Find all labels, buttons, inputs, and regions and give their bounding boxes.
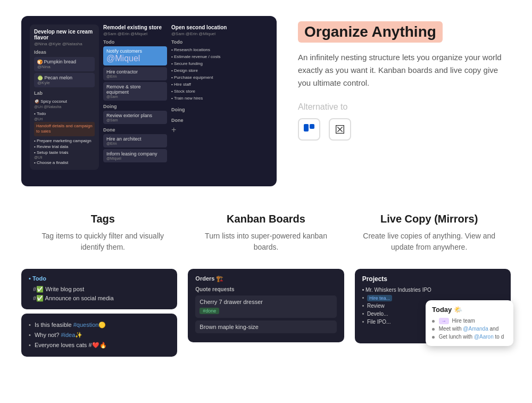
lab-label: Lab — [34, 91, 95, 96]
kanban-mockup: Develop new ice cream flavor @Nina @Kyle… — [21, 16, 277, 186]
feature-kanban: Kanban Boards Turn lists into super-powe… — [185, 213, 348, 253]
projects-header: Projects — [362, 275, 503, 283]
remove-store-card: Remove & store equipment @Sam — [103, 82, 167, 101]
quote-requests-label: Quote requests — [195, 286, 336, 292]
notion-icon — [329, 118, 351, 141]
idea-1: 🍞 Pumpkin bread @Nina — [34, 57, 95, 71]
alt-icons — [298, 118, 511, 141]
handoff-item: Handoff details and campaign to sales — [34, 122, 95, 136]
live-copy-screenshot: Projects • Mr. Whiskers Industries IPO •… — [355, 269, 511, 343]
kanban-title: Kanban Boards — [195, 213, 337, 225]
project-2-name: Remodel existing store — [103, 24, 167, 30]
tags-card-1-header: • Todo — [29, 275, 170, 282]
today-card: Today 🌤️ → Hire team Meet with @Amanda a… — [426, 300, 513, 346]
features-row: Tags Tag items to quickly filter and vis… — [21, 213, 511, 253]
organize-desc: An infinitely nesting structure lets you… — [298, 51, 511, 89]
right-info: Organize Anything An infinitely nesting … — [298, 16, 511, 141]
bottom-section: Tags Tag items to quickly filter and vis… — [0, 202, 532, 373]
notify-customers-card: Notify customers @Miquel — [103, 46, 167, 65]
today-title: Today 🌤️ — [432, 306, 507, 314]
ideas-label: Ideas — [34, 50, 95, 55]
project-1-members: @Nina @Kyle @Natasha — [34, 42, 95, 46]
kanban-orders-card: Orders 🏗️ Quote requests Cherry 7 drawer… — [188, 269, 344, 342]
project-3-name: Open second location — [171, 24, 268, 30]
leasing-card: Inform leasing company @Miquel — [103, 149, 167, 162]
hire-contractor-card: Hire contractor @Erin — [103, 67, 167, 80]
tags-write-blog: #✅ Write blog post — [29, 285, 170, 294]
svg-rect-1 — [310, 124, 314, 129]
kanban-board-screenshot: Orders 🏗️ Quote requests Cherry 7 drawer… — [188, 269, 344, 342]
feature-tags: Tags Tag items to quickly filter and vis… — [21, 213, 185, 253]
maple-king-item: Brown maple king-size — [195, 320, 336, 333]
svg-rect-0 — [304, 124, 309, 131]
review-plans-card: Review exterior plans @Sam — [103, 111, 167, 124]
cherry-dresser-item: Cherry 7 drawer dresser #done — [195, 295, 336, 318]
feature-screenshots: • Todo #✅ Write blog post #✅ Announce on… — [21, 269, 511, 357]
tags-screenshot: • Todo #✅ Write blog post #✅ Announce on… — [21, 269, 177, 357]
orders-header: Orders 🏗️ — [195, 275, 336, 282]
tags-card-2: • Is this feasible #question🟡 • Why not?… — [21, 314, 177, 357]
tags-card-1: • Todo #✅ Write blog post #✅ Announce on… — [21, 269, 177, 309]
live-copy-title: Live Copy (Mirrors) — [358, 213, 500, 225]
alt-label: Alternative to — [298, 102, 511, 112]
projects-live-card: Projects • Mr. Whiskers Industries IPO •… — [355, 269, 511, 343]
top-section: Develop new ice cream flavor @Nina @Kyle… — [0, 0, 532, 202]
kanban-desc: Turn lists into super-powered kanban boa… — [195, 231, 337, 253]
feature-live-copy: Live Copy (Mirrors) Create live copies o… — [347, 213, 511, 253]
tags-desc: Tag items to quickly filter and visually… — [32, 231, 174, 253]
project-1-name: Develop new ice cream flavor — [34, 29, 95, 40]
project-2-members: @Sam @Erin @Miquel — [103, 31, 167, 36]
idea-2: 🍈 Pecan melon @Kyle — [34, 73, 95, 87]
tags-announce: #✅ Announce on social media — [29, 294, 170, 303]
tags-title: Tags — [32, 213, 174, 225]
live-copy-desc: Create live copies of anything. View and… — [358, 231, 500, 253]
organize-title: Organize Anything — [298, 21, 443, 43]
done-badge: #done — [200, 308, 219, 314]
trello-icon — [298, 118, 320, 141]
architect-card: Hire an architect @Erin — [103, 134, 167, 147]
